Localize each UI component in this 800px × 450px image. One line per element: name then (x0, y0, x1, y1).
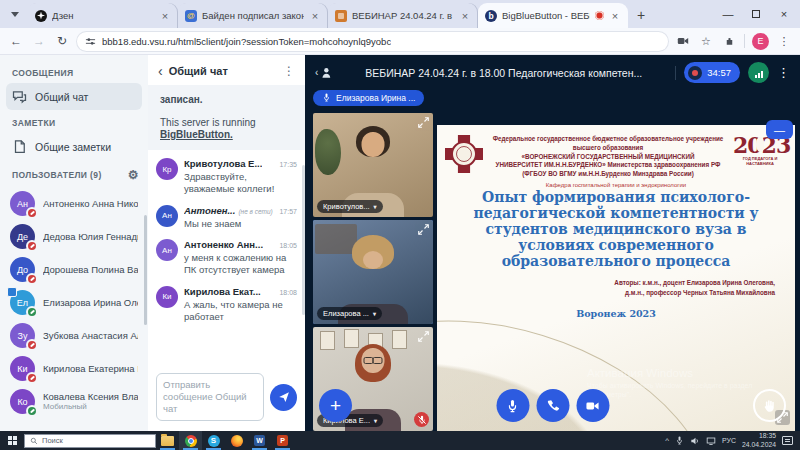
window-close-button[interactable]: × (770, 0, 798, 28)
back-button[interactable]: ← (8, 34, 24, 48)
taskbar-search[interactable]: Поиск (24, 434, 156, 448)
connection-status-icon[interactable] (748, 62, 769, 83)
user-list-item[interactable]: Де Дедова Юлия Геннадье... (0, 220, 148, 253)
tray-network-icon[interactable] (706, 436, 716, 446)
action-bar: + (305, 389, 800, 422)
user-status-badge-icon (26, 405, 38, 417)
sidebar-chat-label: Общий чат (35, 91, 88, 103)
chat-message: Кр Кривотулова Е... 17:35 Здравствуйте, … (156, 158, 297, 196)
url-text: bbb18.edu.vsu.ru/html5client/join?sessio… (102, 36, 391, 47)
mute-microphone-button[interactable] (496, 389, 529, 422)
browser-menu-icon[interactable]: ⋮ (776, 35, 792, 48)
webcam-user-label[interactable]: Елизарова ...▾ (317, 307, 382, 320)
chrome-icon[interactable] (179, 431, 202, 450)
talking-indicator[interactable]: Елизарова Ирина ... (313, 90, 424, 106)
recording-dot-icon (688, 66, 702, 80)
window-maximize-button[interactable] (742, 0, 770, 28)
user-name: Елизарова Ирина Олег... (43, 297, 138, 309)
send-message-button[interactable] (270, 384, 297, 411)
window-minimize-button[interactable]: — (714, 0, 742, 28)
user-name: Зубкова Анастасия Але... (43, 330, 138, 342)
manage-users-gear-icon[interactable]: ⚙ (128, 168, 139, 182)
tab-close-button[interactable]: × (459, 10, 471, 22)
browser-tab[interactable]: Байден подписал закон о помощи У... × (178, 3, 328, 28)
reload-button[interactable]: ↻ (54, 34, 70, 48)
notes-header: ЗАМЕТКИ (0, 111, 148, 132)
chat-message-input[interactable]: Отправить сообщение Общий чат (156, 373, 264, 421)
user-list-item[interactable]: Ел Елизарова Ирина Олег... (0, 286, 148, 319)
message-author: Кирилова Екат... (184, 286, 261, 297)
media-controls-icon[interactable] (675, 35, 691, 47)
avatar: Ан (156, 239, 178, 261)
start-button[interactable] (0, 431, 24, 450)
user-list-item[interactable]: Ан Антоненко Анна Никола... (0, 187, 148, 220)
browser-tab[interactable]: Дзен × (28, 3, 178, 28)
windows-taskbar: Поиск ^ РУС 18:35 24.04.2024 (0, 431, 800, 450)
sidebar-item-shared-notes[interactable]: Общие заметки (6, 133, 142, 160)
webcam-tile[interactable]: Кривотулов...▾ (313, 113, 433, 217)
user-list-item[interactable]: Ко Ковалева Ксения Влад... Мобильный (0, 385, 148, 418)
url-bar[interactable]: bbb18.edu.vsu.ru/html5client/join?sessio… (77, 32, 668, 51)
message-time: 17:57 (279, 208, 297, 215)
file-explorer-icon[interactable] (156, 431, 179, 450)
language-indicator[interactable]: РУС (722, 437, 736, 444)
system-message-bold: записан. (160, 94, 293, 105)
tab-close-button[interactable]: × (309, 10, 321, 22)
browser-tab[interactable]: BigBlueButton - ВЕБИНАР 24.04... × (478, 3, 628, 28)
tab-search-button[interactable] (4, 4, 26, 24)
user-list-item[interactable]: Ки Кирилова Екатерина М... (0, 352, 148, 385)
webcam-user-label[interactable]: Кривотулов...▾ (317, 200, 383, 213)
user-list-item[interactable]: До Дорошева Полина Васи... (0, 253, 148, 286)
firefox-icon[interactable] (225, 431, 248, 450)
tray-expand-icon[interactable]: ^ (665, 437, 669, 445)
actions-plus-button[interactable]: + (319, 389, 352, 422)
tab-close-button[interactable]: × (609, 10, 621, 22)
tray-volume-icon[interactable] (690, 436, 700, 446)
chat-options-icon[interactable]: ⋮ (283, 64, 295, 78)
bbb-sidebar: СООБЩЕНИЯ Общий чат ЗАМЕТКИ Общие заметк… (0, 55, 148, 431)
new-tab-button[interactable]: + (630, 4, 652, 26)
toggle-userlist-icon[interactable]: ‹ (315, 66, 332, 79)
extensions-icon[interactable] (721, 36, 737, 47)
tab-close-button[interactable]: × (159, 10, 171, 22)
minimize-presentation-button[interactable]: — (766, 120, 793, 139)
message-text: Мы не знаем (184, 218, 297, 230)
user-status-badge-icon (26, 207, 38, 219)
skype-icon[interactable] (202, 431, 225, 450)
site-settings-icon[interactable] (85, 36, 96, 47)
bigbluebutton-app: СООБЩЕНИЯ Общий чат ЗАМЕТКИ Общие заметк… (0, 55, 800, 431)
powerpoint-icon[interactable] (271, 431, 294, 450)
webcam-fullscreen-icon[interactable] (417, 330, 430, 343)
avatar: Ан (10, 191, 35, 216)
presentation-slide: Федеральное государственное бюджетное об… (437, 125, 795, 431)
share-webcam-button[interactable] (576, 389, 609, 422)
options-menu-icon[interactable]: ⋮ (777, 65, 790, 80)
word-icon[interactable] (248, 431, 271, 450)
slide-organization-text: Федеральное государственное бюджетное об… (488, 133, 728, 179)
search-placeholder: Поиск (42, 436, 63, 445)
raise-hand-button[interactable] (753, 389, 786, 422)
recording-indicator[interactable]: 34:57 (684, 62, 740, 83)
bigbluebutton-link[interactable]: BigBlueButton. (160, 129, 293, 140)
tab-favicon-icon (35, 10, 47, 22)
notification-center-icon[interactable] (782, 436, 793, 445)
browser-profile-avatar[interactable]: Е (752, 33, 769, 50)
webcam-fullscreen-icon[interactable] (417, 223, 430, 236)
chevron-down-icon: ▾ (374, 203, 377, 210)
user-list-scrollbar[interactable] (144, 215, 147, 325)
forward-button[interactable]: → (31, 34, 47, 48)
leave-audio-button[interactable] (536, 389, 569, 422)
webcam-fullscreen-icon[interactable] (417, 116, 430, 129)
taskbar-clock[interactable]: 18:35 24.04.2024 (742, 432, 776, 448)
webcam-tile[interactable]: Елизарова ...▾ (313, 220, 433, 324)
chat-back-button[interactable]: ‹ (158, 64, 163, 78)
user-status-badge-icon (26, 372, 38, 384)
tab-title: Дзен (52, 10, 154, 21)
bookmark-star-icon[interactable]: ☆ (698, 35, 714, 48)
browser-tab[interactable]: ВЕБИНАР 24.04.24 г. в 18.00 Педагог... × (328, 3, 478, 28)
tab-list: Дзен × Байден подписал закон о помощи У.… (28, 0, 628, 28)
tray-mic-icon[interactable] (675, 436, 684, 445)
sidebar-item-public-chat[interactable]: Общий чат (6, 83, 142, 110)
window-controls: — × (714, 0, 798, 28)
user-list-item[interactable]: Зу Зубкова Анастасия Але... (0, 319, 148, 352)
